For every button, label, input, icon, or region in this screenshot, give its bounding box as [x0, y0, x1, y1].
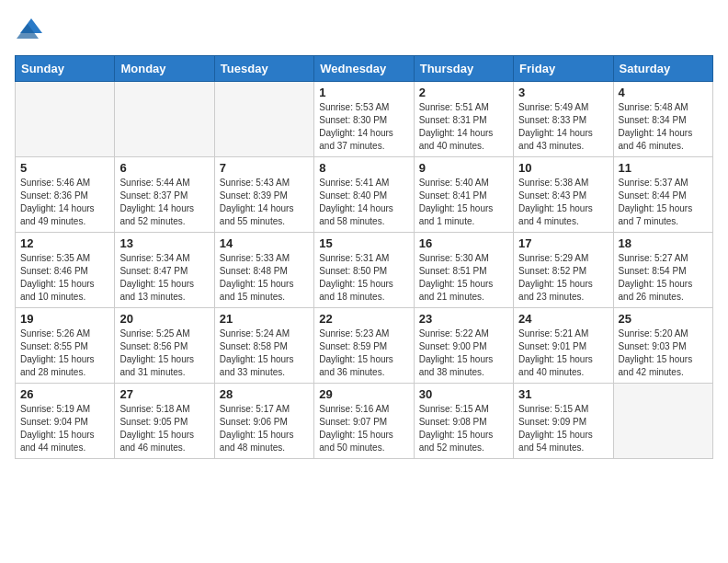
calendar-table: SundayMondayTuesdayWednesdayThursdayFrid…	[15, 55, 713, 459]
day-number: 30	[419, 387, 508, 401]
day-number: 20	[119, 312, 209, 326]
calendar-cell: 9Sunrise: 5:40 AM Sunset: 8:41 PM Daylig…	[414, 157, 513, 233]
day-number: 13	[119, 236, 209, 250]
day-info: Sunrise: 5:18 AM Sunset: 9:05 PM Dayligh…	[119, 403, 209, 454]
header-row: SundayMondayTuesdayWednesdayThursdayFrid…	[16, 56, 713, 82]
calendar-cell: 8Sunrise: 5:41 AM Sunset: 8:40 PM Daylig…	[314, 157, 414, 233]
calendar-cell: 4Sunrise: 5:48 AM Sunset: 8:34 PM Daylig…	[613, 82, 712, 157]
column-header-thursday: Thursday	[414, 56, 513, 82]
day-number: 29	[319, 387, 408, 401]
day-info: Sunrise: 5:48 AM Sunset: 8:34 PM Dayligh…	[619, 101, 708, 153]
day-info: Sunrise: 5:41 AM Sunset: 8:40 PM Dayligh…	[319, 177, 408, 228]
calendar-cell: 6Sunrise: 5:44 AM Sunset: 8:37 PM Daylig…	[115, 157, 214, 233]
day-info: Sunrise: 5:38 AM Sunset: 8:43 PM Dayligh…	[518, 177, 608, 228]
day-info: Sunrise: 5:40 AM Sunset: 8:41 PM Dayligh…	[419, 177, 508, 228]
calendar-cell: 14Sunrise: 5:33 AM Sunset: 8:48 PM Dayli…	[214, 233, 313, 308]
day-info: Sunrise: 5:20 AM Sunset: 9:03 PM Dayligh…	[619, 327, 708, 379]
column-header-tuesday: Tuesday	[214, 56, 313, 82]
day-number: 14	[220, 236, 309, 250]
calendar-cell	[16, 82, 115, 157]
calendar-cell: 12Sunrise: 5:35 AM Sunset: 8:46 PM Dayli…	[16, 233, 115, 308]
column-header-saturday: Saturday	[613, 56, 712, 82]
calendar-cell: 28Sunrise: 5:17 AM Sunset: 9:06 PM Dayli…	[214, 384, 313, 459]
day-info: Sunrise: 5:23 AM Sunset: 8:59 PM Dayligh…	[319, 327, 408, 379]
day-number: 2	[419, 86, 508, 99]
calendar-cell: 10Sunrise: 5:38 AM Sunset: 8:43 PM Dayli…	[514, 157, 613, 233]
calendar-cell: 30Sunrise: 5:15 AM Sunset: 9:08 PM Dayli…	[414, 384, 513, 459]
calendar-cell: 11Sunrise: 5:37 AM Sunset: 8:44 PM Dayli…	[613, 157, 712, 233]
day-info: Sunrise: 5:33 AM Sunset: 8:48 PM Dayligh…	[220, 252, 309, 304]
day-number: 12	[20, 236, 109, 250]
day-info: Sunrise: 5:51 AM Sunset: 8:31 PM Dayligh…	[419, 101, 508, 153]
calendar-cell: 21Sunrise: 5:24 AM Sunset: 8:58 PM Dayli…	[214, 308, 313, 384]
day-number: 3	[518, 86, 608, 99]
week-row-5: 26Sunrise: 5:19 AM Sunset: 9:04 PM Dayli…	[16, 384, 713, 459]
day-info: Sunrise: 5:21 AM Sunset: 9:01 PM Dayligh…	[518, 327, 608, 379]
day-number: 25	[619, 312, 708, 326]
calendar-cell: 24Sunrise: 5:21 AM Sunset: 9:01 PM Dayli…	[514, 308, 613, 384]
day-number: 27	[119, 387, 209, 401]
calendar-cell: 29Sunrise: 5:16 AM Sunset: 9:07 PM Dayli…	[314, 384, 414, 459]
day-info: Sunrise: 5:35 AM Sunset: 8:46 PM Dayligh…	[20, 252, 109, 304]
day-number: 9	[419, 161, 508, 175]
day-number: 15	[319, 236, 408, 250]
calendar-cell: 27Sunrise: 5:18 AM Sunset: 9:05 PM Dayli…	[115, 384, 214, 459]
day-info: Sunrise: 5:19 AM Sunset: 9:04 PM Dayligh…	[20, 403, 109, 454]
day-info: Sunrise: 5:43 AM Sunset: 8:39 PM Dayligh…	[220, 177, 309, 228]
day-number: 4	[619, 86, 708, 99]
calendar-cell	[115, 82, 214, 157]
week-row-1: 1Sunrise: 5:53 AM Sunset: 8:30 PM Daylig…	[16, 82, 713, 157]
day-info: Sunrise: 5:24 AM Sunset: 8:58 PM Dayligh…	[220, 327, 309, 379]
calendar-cell: 25Sunrise: 5:20 AM Sunset: 9:03 PM Dayli…	[613, 308, 712, 384]
day-number: 1	[319, 86, 408, 99]
day-number: 16	[419, 236, 508, 250]
week-row-4: 19Sunrise: 5:26 AM Sunset: 8:55 PM Dayli…	[16, 308, 713, 384]
day-info: Sunrise: 5:37 AM Sunset: 8:44 PM Dayligh…	[619, 177, 708, 228]
day-info: Sunrise: 5:49 AM Sunset: 8:33 PM Dayligh…	[518, 101, 608, 153]
day-info: Sunrise: 5:22 AM Sunset: 9:00 PM Dayligh…	[419, 327, 508, 379]
calendar-cell: 23Sunrise: 5:22 AM Sunset: 9:00 PM Dayli…	[414, 308, 513, 384]
calendar-cell: 16Sunrise: 5:30 AM Sunset: 8:51 PM Dayli…	[414, 233, 513, 308]
day-info: Sunrise: 5:46 AM Sunset: 8:36 PM Dayligh…	[20, 177, 109, 228]
day-number: 18	[619, 236, 708, 250]
calendar-cell: 22Sunrise: 5:23 AM Sunset: 8:59 PM Dayli…	[314, 308, 414, 384]
column-header-wednesday: Wednesday	[314, 56, 414, 82]
calendar-cell: 19Sunrise: 5:26 AM Sunset: 8:55 PM Dayli…	[16, 308, 115, 384]
calendar-cell: 18Sunrise: 5:27 AM Sunset: 8:54 PM Dayli…	[613, 233, 712, 308]
day-info: Sunrise: 5:30 AM Sunset: 8:51 PM Dayligh…	[419, 252, 508, 304]
day-info: Sunrise: 5:26 AM Sunset: 8:55 PM Dayligh…	[20, 327, 109, 379]
day-info: Sunrise: 5:29 AM Sunset: 8:52 PM Dayligh…	[518, 252, 608, 304]
day-number: 28	[220, 387, 309, 401]
logo	[15, 15, 48, 44]
day-number: 7	[220, 161, 309, 175]
page-header	[15, 15, 713, 44]
day-number: 23	[419, 312, 508, 326]
day-number: 26	[20, 387, 109, 401]
calendar-cell: 17Sunrise: 5:29 AM Sunset: 8:52 PM Dayli…	[514, 233, 613, 308]
day-info: Sunrise: 5:16 AM Sunset: 9:07 PM Dayligh…	[319, 403, 408, 454]
day-number: 5	[20, 161, 109, 175]
day-info: Sunrise: 5:44 AM Sunset: 8:37 PM Dayligh…	[119, 177, 209, 228]
calendar-cell: 20Sunrise: 5:25 AM Sunset: 8:56 PM Dayli…	[115, 308, 214, 384]
day-info: Sunrise: 5:31 AM Sunset: 8:50 PM Dayligh…	[319, 252, 408, 304]
column-header-monday: Monday	[115, 56, 214, 82]
day-number: 11	[619, 161, 708, 175]
day-number: 31	[518, 387, 608, 401]
calendar-cell: 1Sunrise: 5:53 AM Sunset: 8:30 PM Daylig…	[314, 82, 414, 157]
day-number: 10	[518, 161, 608, 175]
week-row-3: 12Sunrise: 5:35 AM Sunset: 8:46 PM Dayli…	[16, 233, 713, 308]
day-number: 6	[119, 161, 209, 175]
day-number: 24	[518, 312, 608, 326]
day-info: Sunrise: 5:15 AM Sunset: 9:09 PM Dayligh…	[518, 403, 608, 454]
calendar-cell: 15Sunrise: 5:31 AM Sunset: 8:50 PM Dayli…	[314, 233, 414, 308]
day-number: 19	[20, 312, 109, 326]
calendar-cell: 3Sunrise: 5:49 AM Sunset: 8:33 PM Daylig…	[514, 82, 613, 157]
day-info: Sunrise: 5:34 AM Sunset: 8:47 PM Dayligh…	[119, 252, 209, 304]
logo-icon	[15, 15, 44, 44]
calendar-cell: 31Sunrise: 5:15 AM Sunset: 9:09 PM Dayli…	[514, 384, 613, 459]
day-info: Sunrise: 5:17 AM Sunset: 9:06 PM Dayligh…	[220, 403, 309, 454]
calendar-cell: 5Sunrise: 5:46 AM Sunset: 8:36 PM Daylig…	[16, 157, 115, 233]
day-info: Sunrise: 5:15 AM Sunset: 9:08 PM Dayligh…	[419, 403, 508, 454]
day-number: 22	[319, 312, 408, 326]
week-row-2: 5Sunrise: 5:46 AM Sunset: 8:36 PM Daylig…	[16, 157, 713, 233]
